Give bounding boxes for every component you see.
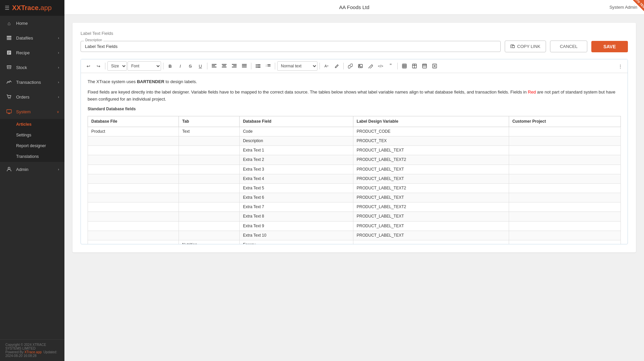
- superscript-button[interactable]: A+: [322, 61, 331, 71]
- top-bar: AA Foods Ltd System Admin AA FOODS LTD T…: [64, 0, 644, 15]
- quote-button[interactable]: ": [386, 61, 395, 71]
- table-cell: [179, 155, 239, 165]
- strikethrough-button[interactable]: S: [186, 61, 195, 71]
- table-delete-button[interactable]: [430, 61, 439, 71]
- eraser-button[interactable]: [366, 61, 375, 71]
- table-col-icon: [412, 64, 417, 68]
- table-cell: [88, 240, 179, 244]
- align-justify-button[interactable]: [240, 61, 249, 71]
- col-database-field: Database Field: [239, 116, 353, 127]
- font-family-select[interactable]: Font: [128, 61, 161, 71]
- sidebar-item-articles[interactable]: Articles: [0, 119, 64, 130]
- bold-button[interactable]: B: [165, 61, 175, 71]
- table-cell: [88, 221, 179, 231]
- code-button[interactable]: </>: [376, 61, 385, 71]
- logo: XXTrace.app: [12, 4, 52, 12]
- sidebar-item-admin[interactable]: Admin ›: [0, 162, 64, 177]
- redo-button[interactable]: ↪: [94, 61, 103, 71]
- table-col-button[interactable]: [410, 61, 419, 71]
- list-numbered-button[interactable]: 1.2.: [263, 61, 273, 71]
- svg-rect-23: [257, 64, 260, 65]
- highlight-button[interactable]: [332, 61, 341, 71]
- table-cell: Text: [179, 127, 239, 136]
- table-cell: [179, 221, 239, 231]
- table-cell: Extra Text 9: [239, 221, 353, 231]
- table-cell: [509, 231, 621, 240]
- copy-link-button[interactable]: COPY LINK: [505, 41, 546, 52]
- table-insert-button[interactable]: [400, 61, 409, 71]
- table-cell: PRODUCT_LABEL_TEXT: [353, 174, 509, 183]
- toolbar-divider-5: [275, 63, 275, 69]
- table-row: Extra Text 6PRODUCT_LABEL_TEXT: [88, 193, 621, 202]
- svg-point-4: [10, 98, 10, 99]
- image-button[interactable]: [356, 61, 365, 71]
- table-cell: Extra Text 1: [239, 146, 353, 155]
- toolbar-divider-2: [163, 63, 163, 69]
- table-delete-icon: [432, 64, 437, 68]
- hamburger-icon[interactable]: ☰: [5, 5, 9, 11]
- editor-content-area[interactable]: The XTrace system uses BARTENDER to desi…: [81, 73, 628, 244]
- svg-rect-27: [257, 67, 260, 68]
- col-label-variable: Label Design Variable: [353, 116, 509, 127]
- sidebar-item-stock[interactable]: Stock ›: [0, 60, 64, 75]
- description-input[interactable]: [81, 41, 501, 52]
- table-cell: [509, 127, 621, 136]
- table-cell: PRODUCT_LABEL_TEXT2: [353, 155, 509, 165]
- intro-paragraph: The XTrace system uses BARTENDER to desi…: [88, 78, 621, 85]
- svg-rect-31: [267, 66, 270, 66]
- sidebar-item-settings[interactable]: Settings: [0, 130, 64, 140]
- sub-nav-system: Articles Settings Report designer Transl…: [0, 119, 64, 162]
- table-cell: PRODUCT_LABEL_TEXT: [353, 231, 509, 240]
- sidebar-item-recipe[interactable]: Recipe ›: [0, 45, 64, 60]
- sidebar-item-system[interactable]: System ∨: [0, 104, 64, 119]
- italic-button[interactable]: I: [176, 61, 185, 71]
- main-content: AA Foods Ltd System Admin AA FOODS LTD T…: [64, 0, 644, 361]
- svg-rect-34: [402, 64, 406, 68]
- col-tab: Tab: [179, 116, 239, 127]
- sidebar-item-translations[interactable]: Translations: [0, 151, 64, 162]
- copy-link-icon: [510, 44, 515, 49]
- align-center-button[interactable]: [219, 61, 229, 71]
- system-icon: [5, 108, 13, 115]
- sidebar-item-home[interactable]: ⌂ Home: [0, 16, 64, 31]
- text-style-select[interactable]: Normal text: [277, 61, 317, 71]
- sidebar-item-transactions[interactable]: Transactions ›: [0, 75, 64, 89]
- table-cell: Description: [239, 136, 353, 145]
- table-row: Extra Text 8PRODUCT_LABEL_TEXT: [88, 212, 621, 221]
- sidebar-nav: ⌂ Home Datafiles › Recipe › Stock ›: [0, 16, 64, 339]
- sidebar-item-orders[interactable]: Orders ›: [0, 89, 64, 104]
- svg-rect-18: [232, 67, 237, 67]
- page-title: AA Foods Ltd: [339, 4, 369, 10]
- list-bullet-button[interactable]: [253, 61, 263, 71]
- font-size-select[interactable]: Size: [107, 61, 127, 71]
- table-cell: PRODUCT_LABEL_TEXT: [353, 221, 509, 231]
- table-row-button[interactable]: [420, 61, 429, 71]
- chevron-right-icon: ›: [58, 95, 59, 99]
- save-button[interactable]: SAVE: [591, 41, 628, 52]
- align-right-button[interactable]: [230, 61, 239, 71]
- sidebar-item-admin-label: Admin: [16, 167, 29, 172]
- more-options-button[interactable]: ⋮: [615, 61, 625, 71]
- table-cell: [179, 183, 239, 193]
- underline-button[interactable]: U: [196, 61, 205, 71]
- link-button[interactable]: [346, 61, 355, 71]
- sidebar-item-datafiles[interactable]: Datafiles ›: [0, 31, 64, 45]
- svg-rect-20: [242, 65, 247, 66]
- svg-point-3: [8, 98, 9, 99]
- svg-rect-9: [512, 45, 514, 48]
- toolbar-divider-8: [397, 63, 398, 69]
- align-left-icon: [212, 64, 216, 68]
- powered-by-link[interactable]: XTrace.app: [24, 350, 42, 354]
- stock-icon: [5, 64, 13, 71]
- sidebar-header: ☰ XXTrace.app: [0, 0, 64, 16]
- undo-button[interactable]: ↩: [84, 61, 93, 71]
- sidebar-item-report-designer[interactable]: Report designer: [0, 140, 64, 151]
- table-row: Extra Text 1PRODUCT_LABEL_TEXT: [88, 146, 621, 155]
- align-left-button[interactable]: [209, 61, 219, 71]
- table-row: Extra Text 5PRODUCT_LABEL_TEXT2: [88, 183, 621, 193]
- svg-rect-19: [242, 64, 247, 65]
- svg-rect-1: [7, 38, 11, 39]
- svg-rect-11: [212, 65, 215, 66]
- cancel-button[interactable]: CANCEL: [550, 41, 587, 52]
- table-cell: PRODUCT_LABEL_TEXT2: [353, 202, 509, 212]
